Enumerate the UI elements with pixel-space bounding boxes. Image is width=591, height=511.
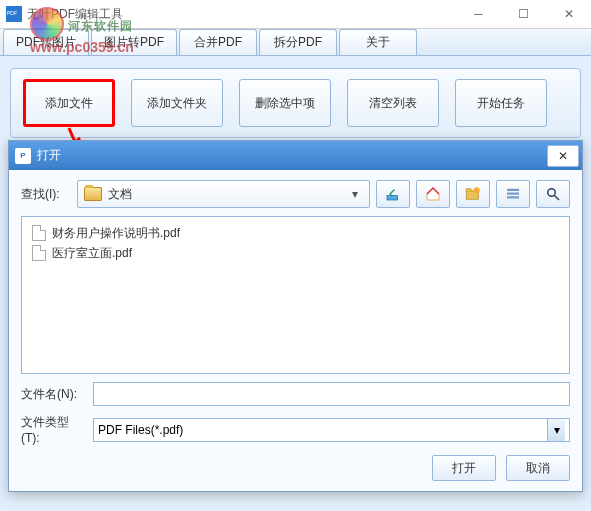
file-icon [32,225,46,241]
tab-pdf-to-image[interactable]: PDF转图片 [3,29,89,55]
clear-list-button[interactable]: 清空列表 [347,79,439,127]
svg-rect-3 [507,189,519,191]
nav-new-folder-button[interactable] [456,180,490,208]
tab-image-to-pdf[interactable]: 图片转PDF [91,29,177,55]
start-task-button[interactable]: 开始任务 [455,79,547,127]
svg-rect-0 [387,196,398,201]
filetype-label: 文件类型(T): [21,414,85,445]
file-list[interactable]: 财务用户操作说明书.pdf 医疗室立面.pdf [21,216,570,374]
minimize-button[interactable]: ─ [456,0,501,29]
delete-selected-button[interactable]: 删除选中项 [239,79,331,127]
file-item[interactable]: 医疗室立面.pdf [28,243,563,263]
chevron-down-icon: ▾ [347,187,363,201]
dialog-title: 打开 [37,147,547,164]
nav-search-button[interactable] [536,180,570,208]
svg-rect-4 [507,193,519,195]
svg-point-6 [548,189,556,197]
cancel-button[interactable]: 取消 [506,455,570,481]
svg-point-2 [474,187,480,193]
dialog-titlebar: P 打开 ✕ [9,141,582,170]
open-button[interactable]: 打开 [432,455,496,481]
main-window: 无叶PDF编辑工具 ─ ☐ ✕ PDF转图片 图片转PDF 合并PDF 拆分PD… [0,0,591,511]
nav-list-view-button[interactable] [496,180,530,208]
maximize-button[interactable]: ☐ [501,0,546,29]
chevron-down-icon: ▾ [547,419,565,441]
lookup-label: 查找(I): [21,186,71,203]
filename-input[interactable] [93,382,570,406]
lookup-folder-select[interactable]: 文档 ▾ [77,180,370,208]
dialog-icon: P [15,148,31,164]
file-item[interactable]: 财务用户操作说明书.pdf [28,223,563,243]
file-icon [32,245,46,261]
tab-split-pdf[interactable]: 拆分PDF [259,29,337,55]
open-file-dialog: P 打开 ✕ 查找(I): 文档 ▾ [8,140,583,492]
dialog-close-button[interactable]: ✕ [547,145,579,167]
filename-label: 文件名(N): [21,386,85,403]
nav-home-button[interactable] [416,180,450,208]
svg-rect-5 [507,196,519,198]
tab-about[interactable]: 关于 [339,29,417,55]
titlebar: 无叶PDF编辑工具 ─ ☐ ✕ [0,0,591,29]
lookup-folder-value: 文档 [108,186,347,203]
nav-back-button[interactable] [376,180,410,208]
app-icon [6,6,22,22]
tabbar: PDF转图片 图片转PDF 合并PDF 拆分PDF 关于 [0,29,591,56]
tab-merge-pdf[interactable]: 合并PDF [179,29,257,55]
add-folder-button[interactable]: 添加文件夹 [131,79,223,127]
svg-line-7 [555,196,560,201]
folder-icon [84,187,102,201]
filetype-select[interactable]: PDF Files(*.pdf) ▾ [93,418,570,442]
window-title: 无叶PDF编辑工具 [27,6,456,23]
close-button[interactable]: ✕ [546,0,591,29]
add-file-button[interactable]: 添加文件 [23,79,115,127]
